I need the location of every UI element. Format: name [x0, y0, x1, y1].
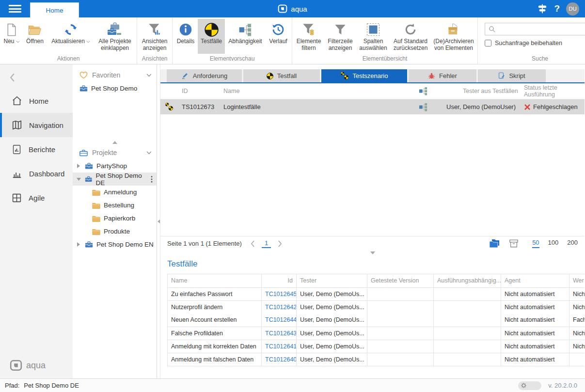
- search-box[interactable]: [485, 23, 585, 35]
- next-page-icon[interactable]: [278, 240, 282, 247]
- column-header-status[interactable]: Status letzte Ausführung: [524, 84, 585, 98]
- app-logo: aqua: [0, 0, 585, 17]
- context-menu-icon[interactable]: [151, 176, 153, 183]
- sidebar-item-navigation[interactable]: Navigation: [0, 113, 73, 137]
- col-header-id[interactable]: Id: [262, 274, 297, 287]
- folder-icon: [92, 228, 100, 235]
- copy-folders-icon[interactable]: [489, 239, 500, 249]
- prev-page-icon[interactable]: [251, 240, 255, 247]
- panel-splitter[interactable]: [157, 64, 160, 378]
- projects-briefcase-icon: [79, 149, 88, 157]
- sidebar-item-berichte[interactable]: Berichte: [0, 137, 73, 161]
- keep-search-checkbox[interactable]: [485, 40, 491, 47]
- tree-item-partyshop[interactable]: PartyShop: [73, 159, 157, 172]
- table-row[interactable]: Nutzerprofil ändern TC1012642 User, Demo…: [168, 300, 585, 314]
- hamburger-menu-icon[interactable]: [8, 3, 22, 14]
- chevron-down-icon[interactable]: [146, 151, 152, 155]
- info-icon: [179, 21, 192, 38]
- current-page[interactable]: 1: [262, 239, 271, 248]
- testcase-id-link[interactable]: TC1012645: [262, 287, 297, 300]
- tree-item-papierkorb[interactable]: Papierkorb: [73, 212, 157, 225]
- expander-collapsed-icon[interactable]: [76, 242, 81, 247]
- scenario-dependency[interactable]: [415, 103, 446, 111]
- filterzeile-anzeigen-button[interactable]: Filterzeile anzeigen: [324, 19, 356, 54]
- sidebar-item-home[interactable]: Home: [0, 89, 73, 113]
- ribbon-group-label: Elementvorschau: [174, 54, 291, 64]
- testcase-id-link[interactable]: TC1012643: [262, 327, 297, 340]
- testcase-id-link[interactable]: TC1012642: [262, 300, 297, 314]
- col-header-tester[interactable]: Tester: [297, 274, 367, 287]
- signpost-icon[interactable]: [537, 3, 548, 14]
- spalten-auswaehlen-button[interactable]: Spalten auswählen: [356, 19, 390, 54]
- requirement-pencil-icon: [181, 72, 189, 79]
- table-row[interactable]: Falsche Profildaten TC1012643 User, Demo…: [168, 327, 585, 340]
- expander-collapsed-icon[interactable]: [76, 164, 81, 168]
- tree-item-anmeldung[interactable]: Anmeldung: [73, 186, 157, 199]
- col-header-name[interactable]: Name: [168, 274, 262, 287]
- col-header-agent[interactable]: Agent: [501, 274, 569, 287]
- abhaengigkeit-button[interactable]: Abhängigkeit: [225, 19, 266, 54]
- help-icon[interactable]: ?: [554, 3, 560, 14]
- column-header-id[interactable]: ID: [180, 88, 223, 94]
- testcase-id-link[interactable]: TC1012640: [262, 353, 297, 366]
- tab-anforderung[interactable]: Anforderung: [167, 69, 242, 82]
- ribbon-group-label: Ansichten: [138, 54, 171, 64]
- details-button[interactable]: Details: [174, 19, 198, 54]
- testcase-id-link[interactable]: TC1012641: [262, 340, 297, 353]
- sidebar-item-agile[interactable]: Agile: [0, 186, 73, 210]
- testfaelle-button[interactable]: Testfälle: [198, 19, 225, 54]
- tab-skript[interactable]: Skript: [478, 69, 546, 82]
- ansichten-anzeigen-button[interactable]: Ansichten anzeigen: [138, 19, 171, 54]
- page-size-50[interactable]: 50: [532, 239, 539, 248]
- chevron-down-icon[interactable]: [146, 74, 152, 77]
- tree-item-bestellung[interactable]: Bestellung: [73, 199, 157, 212]
- tab-testszenario[interactable]: Testszenario: [321, 69, 407, 82]
- table-row[interactable]: Anmeldung mit korrekten Daten TC1012641 …: [168, 340, 585, 353]
- oeffnen-button[interactable]: Öffnen: [22, 19, 47, 54]
- column-header-dependency[interactable]: [415, 87, 446, 95]
- col-header-wer[interactable]: Wer: [569, 274, 585, 287]
- col-header-dependency[interactable]: Ausführungsabhängig...: [434, 274, 501, 287]
- table-row[interactable]: Neuen Account erstellen TC1012644 User, …: [168, 314, 585, 327]
- favoriten-section-header[interactable]: Favoriten: [73, 68, 157, 82]
- ribbon-group-ansichten: Ansichten anzeigen Ansichten: [137, 17, 173, 64]
- tab-fehler[interactable]: Fehler: [409, 69, 476, 82]
- sidebar-collapse-button[interactable]: [10, 72, 19, 83]
- col-header-version[interactable]: Getestete Version: [367, 274, 434, 287]
- testcase-id-link[interactable]: TC1012644: [262, 314, 297, 327]
- tree-item-pet-shop-demo-en[interactable]: Pet Shop Demo EN: [73, 238, 157, 251]
- de-archivieren-button[interactable]: (De)Archivieren von Elementen: [431, 19, 476, 54]
- collapse-projects-icon: [107, 21, 123, 38]
- page-size-100[interactable]: 100: [548, 239, 559, 248]
- user-avatar[interactable]: DU: [566, 2, 579, 16]
- tree-splitter[interactable]: [73, 139, 157, 146]
- dependency-icon: [239, 21, 252, 38]
- column-header-tester[interactable]: Tester aus Testfällen: [446, 88, 524, 94]
- scenario-row[interactable]: TS1012673 Logintestfälle User, Demo (Dem…: [160, 99, 585, 114]
- script-icon: [498, 72, 505, 79]
- aktualisieren-button[interactable]: Aktualisieren: [47, 19, 94, 54]
- table-row[interactable]: Zu einfaches Passwort TC1012645 User, De…: [168, 287, 585, 300]
- tree-item-pet-shop-demo-de[interactable]: Pet Shop Demo DE: [73, 172, 157, 186]
- elemente-filtern-button[interactable]: Elemente filtern: [293, 19, 324, 54]
- sidebar-item-dashboard[interactable]: Dashboard: [0, 161, 73, 186]
- verlauf-button[interactable]: Verlauf: [266, 19, 291, 54]
- projekte-section-header[interactable]: Projekte: [73, 146, 157, 159]
- ribbon-group-label: Aktionen: [1, 54, 136, 64]
- tree-item-pet-shop-demo[interactable]: Pet Shop Demo: [73, 82, 157, 95]
- page-size-200[interactable]: 200: [567, 239, 578, 248]
- table-row[interactable]: Anmeldung mit falschen Daten TC1012640 U…: [168, 353, 585, 366]
- ribbon-tab-home[interactable]: Home: [30, 2, 79, 17]
- alle-projekte-einklappen-button[interactable]: Alle Projekte einklappen: [94, 19, 136, 54]
- search-input[interactable]: [499, 26, 584, 33]
- settings-toggle[interactable]: [518, 381, 541, 390]
- neu-button[interactable]: Neu: [1, 19, 22, 54]
- tab-testfall[interactable]: Testfall: [243, 69, 320, 82]
- auf-standard-zuruecksetzen-button[interactable]: Auf Standard zurücksetzen: [390, 19, 431, 54]
- keep-search-label: Suchanfrage beibehalten: [495, 40, 562, 47]
- expander-expanded-icon[interactable]: [76, 178, 81, 181]
- tree-item-produkte[interactable]: Produkte: [73, 225, 157, 238]
- archive-icon[interactable]: [509, 239, 519, 248]
- column-header-name[interactable]: Name: [223, 88, 415, 94]
- horizontal-splitter[interactable]: [160, 251, 585, 255]
